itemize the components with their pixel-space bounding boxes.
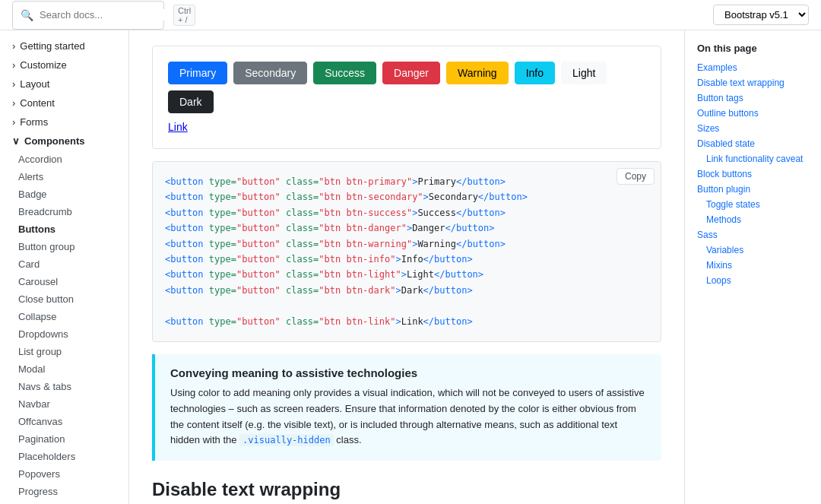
code-line: <button type="button" class="btn btn-dar… — [165, 283, 648, 298]
sidebar-child-popovers[interactable]: Popovers — [0, 465, 128, 483]
search-box[interactable]: 🔍 Ctrl + / — [12, 1, 164, 30]
sidebar-item-components[interactable]: ∨ Components — [0, 132, 128, 151]
btn-success[interactable]: Success — [313, 62, 376, 84]
sidebar-item-label: Components — [24, 135, 84, 147]
sidebar-item-content[interactable]: › Content — [0, 94, 128, 113]
sidebar-child-pagination[interactable]: Pagination — [0, 430, 128, 448]
sidebar-child-modal[interactable]: Modal — [0, 360, 128, 378]
sidebar-item-label: Getting started — [20, 40, 84, 52]
version-select[interactable]: Bootstrap v5.1 — [713, 5, 809, 25]
code-line: <button type="button" class="btn btn-sec… — [165, 189, 648, 204]
chevron-right-icon: › — [12, 78, 15, 90]
toc-link-block[interactable]: Block buttons — [697, 168, 809, 180]
sidebar-item-layout[interactable]: › Layout — [0, 74, 128, 94]
right-sidebar: On this page Examples Disable text wrapp… — [684, 30, 821, 504]
btn-warning[interactable]: Warning — [446, 62, 509, 84]
toc-link-disabled[interactable]: Disabled state — [697, 138, 809, 150]
alert-code: .visually-hidden — [239, 434, 334, 446]
sidebar-child-navbar[interactable]: Navbar — [0, 395, 128, 413]
sidebar-child-collapse[interactable]: Collapse — [0, 308, 128, 325]
sidebar-child-alerts[interactable]: Alerts — [0, 168, 128, 185]
chevron-down-icon: ∨ — [12, 135, 20, 147]
sidebar-child-card[interactable]: Card — [0, 255, 128, 273]
sidebar-child-button-group[interactable]: Button group — [0, 238, 128, 255]
demo-box: Primary Secondary Success Danger Warning… — [152, 46, 661, 149]
code-line: <button type="button" class="btn btn-war… — [165, 236, 648, 252]
sidebar-child-buttons[interactable]: Buttons — [0, 220, 128, 238]
search-input[interactable] — [40, 9, 167, 21]
search-icon: 🔍 — [21, 9, 33, 21]
code-line: <button type="button" class="btn btn-pri… — [165, 174, 648, 189]
search-shortcut: Ctrl + / — [173, 5, 195, 26]
alert-text: Using color to add meaning only provides… — [170, 385, 646, 449]
chevron-right-icon: › — [12, 116, 15, 128]
chevron-right-icon: › — [12, 97, 15, 109]
toc-link-button-tags[interactable]: Button tags — [697, 92, 809, 104]
code-line: <button type="button" class="btn btn-inf… — [165, 252, 648, 267]
btn-primary[interactable]: Primary — [168, 62, 227, 84]
code-block: Copy <button type="button" class="btn bt… — [152, 161, 661, 342]
sidebar-item-label: Forms — [20, 116, 48, 128]
right-sidebar-heading: On this page — [697, 43, 809, 54]
topbar: 🔍 Ctrl + / Bootstrap v5.1 — [0, 0, 821, 30]
code-line: <button type="button" class="btn btn-dan… — [165, 220, 648, 236]
btn-link[interactable]: Link — [168, 121, 188, 133]
sidebar-item-customize[interactable]: › Customize — [0, 55, 128, 74]
button-demo-row: Primary Secondary Success Danger Warning… — [168, 62, 645, 113]
sidebar-child-scrollspy[interactable]: Scrollspy — [0, 500, 128, 504]
sidebar: › Getting started › Customize › Layout ›… — [0, 30, 129, 504]
btn-danger[interactable]: Danger — [382, 62, 440, 84]
toc-link-methods[interactable]: Methods — [697, 214, 809, 226]
sidebar-item-label: Content — [20, 97, 55, 109]
btn-dark[interactable]: Dark — [168, 90, 214, 113]
sidebar-child-navs-tabs[interactable]: Navs & tabs — [0, 378, 128, 395]
sidebar-child-progress[interactable]: Progress — [0, 483, 128, 500]
sidebar-child-placeholders[interactable]: Placeholders — [0, 448, 128, 465]
code-line: <button type="button" class="btn btn-lin… — [165, 314, 648, 329]
code-line: <button type="button" class="btn btn-lig… — [165, 267, 648, 282]
section-title-disable-wrap: Disable text wrapping — [152, 479, 661, 500]
sidebar-child-list-group[interactable]: List group — [0, 343, 128, 360]
sidebar-item-label: Layout — [20, 78, 49, 90]
btn-light[interactable]: Light — [561, 62, 607, 84]
chevron-right-icon: › — [12, 59, 15, 71]
sidebar-child-carousel[interactable]: Carousel — [0, 273, 128, 290]
toc-link-link-caveat[interactable]: Link functionality caveat — [697, 153, 809, 165]
btn-info[interactable]: Info — [515, 62, 555, 84]
toc-link-outline[interactable]: Outline buttons — [697, 107, 809, 119]
sidebar-child-close-button[interactable]: Close button — [0, 290, 128, 308]
btn-secondary[interactable]: Secondary — [233, 62, 307, 84]
toc-link-sizes[interactable]: Sizes — [697, 122, 809, 135]
sidebar-item-forms[interactable]: › Forms — [0, 113, 128, 132]
sidebar-child-dropdowns[interactable]: Dropdowns — [0, 325, 128, 343]
sidebar-child-badge[interactable]: Badge — [0, 185, 128, 203]
sidebar-item-label: Customize — [20, 59, 66, 71]
sidebar-child-offcanvas[interactable]: Offcanvas — [0, 413, 128, 430]
toc-link-examples[interactable]: Examples — [697, 62, 809, 74]
copy-button[interactable]: Copy — [617, 168, 655, 185]
toc-link-toggle[interactable]: Toggle states — [697, 198, 809, 211]
sidebar-child-breadcrumb[interactable]: Breadcrumb — [0, 203, 128, 220]
sidebar-children-components: Accordion Alerts Badge Breadcrumb Button… — [0, 151, 128, 504]
alert-info-box: Conveying meaning to assistive technolog… — [152, 354, 661, 461]
toc-link-loops[interactable]: Loops — [697, 274, 809, 287]
toc-link-variables[interactable]: Variables — [697, 244, 809, 256]
chevron-right-icon: › — [12, 40, 15, 52]
toc-link-plugin[interactable]: Button plugin — [697, 183, 809, 195]
alert-title: Conveying meaning to assistive technolog… — [170, 366, 646, 379]
code-line: <button type="button" class="btn btn-suc… — [165, 205, 648, 220]
toc-link-sass[interactable]: Sass — [697, 229, 809, 241]
sidebar-child-accordion[interactable]: Accordion — [0, 151, 128, 168]
main-content: Primary Secondary Success Danger Warning… — [129, 30, 684, 504]
toc-link-disable-text[interactable]: Disable text wrapping — [697, 77, 809, 89]
sidebar-item-getting-started[interactable]: › Getting started — [0, 36, 128, 55]
toc-link-mixins[interactable]: Mixins — [697, 259, 809, 271]
